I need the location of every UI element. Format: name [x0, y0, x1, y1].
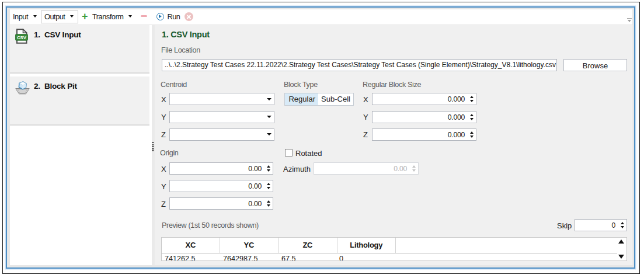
- svg-text:CSV: CSV: [17, 35, 27, 40]
